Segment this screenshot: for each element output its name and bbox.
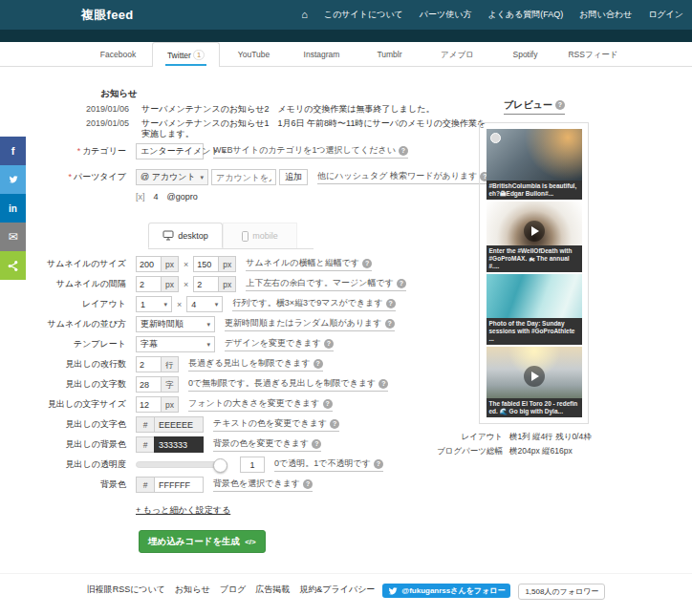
share-email-button[interactable]: ✉ <box>0 223 26 251</box>
remove-account-button[interactable]: [x] <box>136 192 145 202</box>
thumb-size-help-link[interactable]: サムネイルの横幅と縦幅です? <box>246 257 372 271</box>
char-count-input[interactable] <box>136 376 161 393</box>
nav-contact[interactable]: お問い合わせ <box>579 9 632 21</box>
layout-cols-select[interactable]: 1▾ <box>136 296 172 312</box>
heading-bg-help-link[interactable]: 背景の色を変更できます? <box>213 437 321 452</box>
tab-mobile[interactable]: mobile <box>223 223 297 248</box>
text-color-input[interactable] <box>154 416 204 433</box>
preview-thumbnail[interactable]: Enter the #WellOfDeath with #GoProMAX. 🏍… <box>487 202 582 272</box>
tab-facebook[interactable]: Facebook <box>84 42 152 67</box>
notice-text[interactable]: サーバメンテナンスのお知らせ2 メモリの交換作業は無事終了しました。 <box>141 104 434 115</box>
navbar-sub-strip <box>0 30 692 42</box>
opacity-input[interactable] <box>240 457 265 473</box>
tab-youtube[interactable]: YouTube <box>220 42 288 67</box>
font-size-input[interactable] <box>136 396 161 413</box>
desktop-icon <box>162 230 174 241</box>
thumbnail-caption: The fabled El Toro 20 - redefin ed. 🌊 Go… <box>487 398 582 417</box>
email-icon: ✉ <box>8 230 17 244</box>
font-size-label: 見出しの文字サイズ <box>0 398 126 411</box>
home-icon[interactable]: ⌂ <box>301 10 308 20</box>
footer-link-blog[interactable]: ブログ <box>220 584 247 596</box>
bg-color-input[interactable] <box>154 477 204 493</box>
generate-code-button[interactable]: 埋め込みコードを生成 </> <box>139 530 266 553</box>
tab-twitter[interactable]: Twitter1 <box>152 42 220 67</box>
slider-handle[interactable] <box>213 458 227 473</box>
line-count-input[interactable] <box>136 356 161 372</box>
template-select[interactable]: 字幕▾ <box>136 336 215 352</box>
preview-title-wrap: プレビュー? <box>479 95 590 115</box>
chevron-down-icon: ▾ <box>206 341 210 349</box>
nav-faq[interactable]: よくある質問(FAQ) <box>487 9 563 21</box>
sort-help-link[interactable]: 更新時間順またはランダム順があります? <box>225 317 395 331</box>
line-count-label: 見出しの改行数 <box>0 358 126 371</box>
tab-rssfeed[interactable]: RSSフィード <box>559 42 627 67</box>
preview-title[interactable]: プレビュー? <box>504 98 565 115</box>
tab-ameblo[interactable]: アメブロ <box>423 42 491 67</box>
heading-bg-input[interactable] <box>154 436 204 453</box>
play-icon[interactable] <box>524 221 545 242</box>
thumb-gap-row: サムネイルの間隔 px × px 上下左右の余白です。マージン幅です? <box>0 275 406 293</box>
thumb-height-input[interactable] <box>193 256 218 272</box>
char-count-help-link[interactable]: 0で無制限です。長過ぎる見出しを制限できます? <box>188 377 388 392</box>
notice-text[interactable]: サーバメンテナンスのお知らせ1 1月6日 午前8時〜11時にサーバのメモリの交換… <box>141 118 487 139</box>
notice-item: 2019/01/05 サーバメンテナンスのお知らせ1 1月6日 午前8時〜11時… <box>86 118 487 139</box>
nav-login[interactable]: ログイン <box>648 9 683 21</box>
thumb-gap-help-link[interactable]: 上下左右の余白です。マージン幅です? <box>246 277 406 291</box>
more-settings-link[interactable]: + もっと細かく設定する <box>136 504 230 517</box>
opacity-slider[interactable] <box>136 461 227 468</box>
hash-prefix: # <box>136 416 154 433</box>
account-input[interactable] <box>211 169 276 185</box>
preview-thumbnail[interactable]: #BritishColumbia is beautiful, eh?🏔Edgar… <box>487 129 582 200</box>
line-count-help-link[interactable]: 長過ぎる見出しを制限できます? <box>188 357 323 372</box>
gap-x-input[interactable] <box>136 276 161 292</box>
footer-link-terms[interactable]: 規約&プライバシー <box>299 584 375 596</box>
preview-thumbnail[interactable]: Photo of the Day: Sunday sessions with #… <box>487 274 582 345</box>
template-help-link[interactable]: デザインを変更できます? <box>225 337 334 351</box>
notice-title: お知らせ <box>100 88 487 100</box>
tab-tumblr[interactable]: Tumblr <box>356 42 423 67</box>
avatar <box>490 133 501 143</box>
footer-link-notice[interactable]: お知らせ <box>175 584 210 596</box>
text-color-help-link[interactable]: テキストの色を変更できます? <box>213 417 339 432</box>
bg-color-row: 背景色 # 背景色を選択できます? <box>0 476 313 494</box>
font-size-help-link[interactable]: フォントの大きさを変更できます? <box>188 397 333 412</box>
nav-about[interactable]: このサイトについて <box>324 9 403 21</box>
tab-spotify[interactable]: Spotify <box>491 42 559 67</box>
add-account-button[interactable]: 追加 <box>279 169 308 185</box>
tab-desktop[interactable]: desktop <box>148 223 223 248</box>
layout-rows-select[interactable]: 4▾ <box>186 296 223 312</box>
notice-date: 2019/01/05 <box>86 118 135 139</box>
info-icon: ? <box>374 459 383 469</box>
opacity-help-link[interactable]: 0で透明。1で不透明です? <box>274 457 383 472</box>
gap-y-input[interactable] <box>193 276 218 292</box>
category-select[interactable]: エンターテイメント▾ <box>136 143 204 159</box>
account-count: 4 <box>154 192 159 202</box>
thumb-width-input[interactable] <box>136 256 161 272</box>
nav-usage[interactable]: パーツ使い方 <box>420 9 472 21</box>
footer-link-old-rss[interactable]: 旧複眼RSSについて <box>87 584 165 596</box>
tab-instagram[interactable]: Instagram <box>288 42 356 67</box>
chevron-down-icon: ▾ <box>200 174 204 181</box>
mobile-icon <box>242 231 249 242</box>
sort-label: サムネイルの並び方 <box>0 318 126 330</box>
brand-logo[interactable]: 複眼feed <box>81 0 134 30</box>
play-icon[interactable] <box>524 366 545 387</box>
info-icon: ? <box>385 319 395 329</box>
active-tab-underline <box>165 64 206 66</box>
category-help-link[interactable]: WEBサイトのカテゴリを1つ選択してください? <box>213 144 408 159</box>
tab-twitter-badge: 1 <box>193 50 205 60</box>
footer-link-ads[interactable]: 広告掲載 <box>255 584 290 596</box>
sort-select[interactable]: 更新時間順▾ <box>136 316 215 332</box>
twitter-follow-button[interactable]: @fukuganrssさんをフォロー <box>382 584 510 598</box>
preview-thumbnail[interactable]: The fabled El Toro 20 - redefin ed. 🌊 Go… <box>487 347 582 417</box>
parts-type-help-link[interactable]: 他にハッシュタグ 検索ワードがあります? <box>317 170 489 184</box>
bg-color-help-link[interactable]: 背景色を選択できます? <box>213 478 313 492</box>
info-icon: ? <box>324 339 334 349</box>
parts-type-select[interactable]: @ アカウント▾ <box>136 169 208 185</box>
layout-help-link[interactable]: 行列です。横3×縦3で9マスができます? <box>232 297 395 311</box>
footer-links: 旧複眼RSSについて お知らせ ブログ 広告掲載 規約&プライバシー <box>87 584 376 596</box>
line-count-row: 見出しの改行数 行 長過ぎる見出しを制限できます? <box>0 355 323 373</box>
required-mark: * <box>77 146 81 156</box>
required-mark: * <box>68 172 72 181</box>
code-icon: </> <box>245 538 256 546</box>
